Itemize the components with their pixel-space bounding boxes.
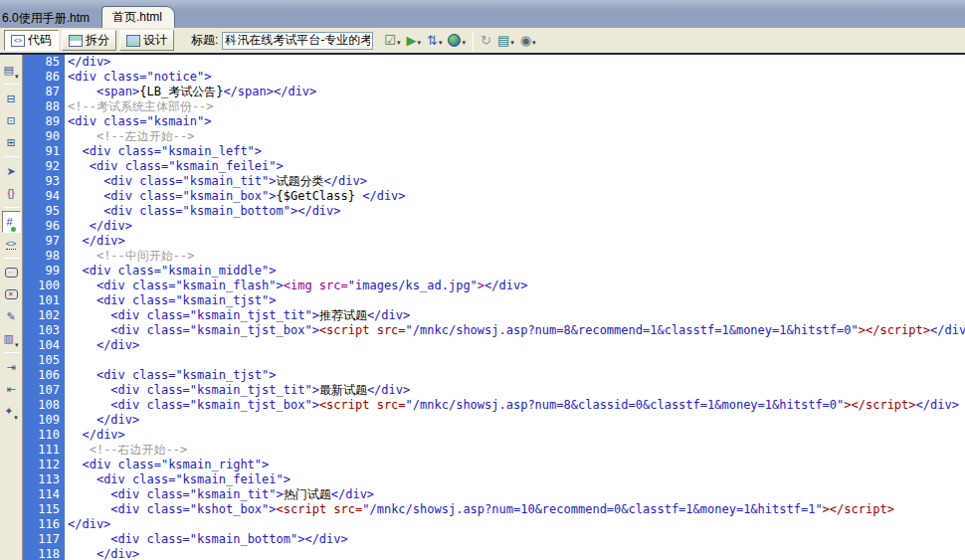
design-view-button[interactable]: 设计	[119, 30, 174, 51]
line-number: 86	[23, 70, 60, 85]
dreamweaver-window: 6.0使用手册.htm 首页.html <> 代码 拆分 设计 标题: ☑▾▶▾…	[0, 0, 965, 560]
code-line[interactable]: </div>	[68, 234, 965, 249]
code-line[interactable]: <!--考试系统主体部份-->	[68, 99, 965, 114]
line-number: 105	[23, 353, 60, 368]
select-parent-icon: ➤	[6, 165, 15, 178]
coding-toolbar-separator	[4, 352, 19, 353]
title-label: 标题:	[191, 32, 218, 49]
code-line[interactable]: <div class="kshot_box"><script src="/mnk…	[68, 502, 965, 517]
code-line[interactable]: <div class="ksmain_tjst">	[68, 368, 965, 383]
split-view-button[interactable]: 拆分	[62, 30, 116, 51]
code-line[interactable]: </div>	[68, 413, 965, 428]
code-editor[interactable]: 8586878889909192939495969798991001011021…	[23, 55, 965, 560]
code-line[interactable]: </div>	[68, 428, 965, 443]
coding-toolbar-separator	[4, 207, 19, 208]
wrap-tag-button[interactable]: ✎	[2, 305, 21, 327]
eye-icon: ◉	[520, 34, 531, 47]
code-line[interactable]: <div class="ksmain_tjst_box"><script src…	[68, 398, 965, 413]
code-line[interactable]: <div class="ksmain_tit">试题分类</div>	[68, 174, 965, 189]
document-tab-bar: 6.0使用手册.htm 首页.html	[0, 10, 965, 28]
code-line[interactable]: </div>	[68, 338, 965, 353]
line-number: 97	[23, 234, 60, 249]
coding-toolbar-separator	[4, 258, 19, 259]
visual-aids-button[interactable]: ◉▾	[517, 32, 539, 49]
select-parent-tag-button[interactable]: ➤	[2, 160, 21, 182]
dropdown-arrow-icon: ▾	[418, 39, 422, 47]
code-line[interactable]: <div class="ksmain_feilei">	[68, 159, 965, 174]
tab-label: 6.0使用手册.htm	[2, 11, 90, 25]
code-line[interactable]: <div class="ksmain_bottom"></div>	[68, 532, 965, 547]
remove-comment-button[interactable]: ✕	[2, 283, 21, 305]
code-line[interactable]: <div class="ksmain_middle">	[68, 264, 965, 279]
code-line[interactable]: <div class="ksmain_right">	[68, 458, 965, 472]
refresh-icon: ↻	[481, 34, 491, 47]
title-input[interactable]	[222, 32, 373, 50]
line-number: 102	[23, 308, 60, 323]
line-numbers-button[interactable]: #	[2, 211, 21, 233]
code-line[interactable]: </div>	[68, 517, 965, 532]
code-view-label: 代码	[28, 32, 52, 49]
pencil-icon: ✎	[6, 310, 15, 323]
tab-manual[interactable]: 6.0使用手册.htm	[0, 8, 97, 28]
code-line[interactable]: <div class="ksmain_tit">热门试题</div>	[68, 487, 965, 502]
code-line[interactable]: <div class="ksmain_tjst">	[68, 293, 965, 308]
code-line[interactable]: <div class="ksmain_tjst_tit">最新试题</div>	[68, 383, 965, 398]
file-management-button[interactable]: ⇅▾	[424, 32, 445, 49]
code-line[interactable]: <!--右边开始-->	[68, 443, 965, 458]
indent-code-button[interactable]: ⇥	[2, 356, 21, 378]
code-line[interactable]: <!--左边开始-->	[68, 129, 965, 144]
code-line[interactable]: <span>{LB_考试公告}</span></div>	[68, 85, 965, 99]
dropdown-arrow-icon: ▾	[14, 414, 18, 422]
code-line[interactable]: <div class="ksmain_tjst_tit">推荐试题</div>	[68, 308, 965, 323]
split-view-icon	[69, 35, 83, 47]
line-number: 108	[23, 398, 60, 413]
preview-debug-button[interactable]: ▶▾	[404, 32, 425, 49]
view-options-icon: ▤	[497, 34, 509, 47]
code-line[interactable]: </div>	[68, 55, 965, 70]
highlight-invalid-code-button[interactable]: <>	[2, 233, 21, 255]
code-line[interactable]	[68, 353, 965, 368]
tab-homepage[interactable]: 首页.html	[101, 6, 175, 28]
apply-comment-button[interactable]: ⋯	[2, 262, 21, 283]
code-line[interactable]: </div>	[68, 219, 965, 234]
code-line[interactable]: <div class="notice">	[68, 70, 965, 85]
code-area[interactable]: </div><div class="notice"> <span>{LB_考试公…	[65, 55, 965, 560]
collapse-selection-button[interactable]: ⊡	[2, 109, 21, 131]
expand-all-button[interactable]: ⊞	[2, 131, 21, 153]
coding-toolbar: ▤▾⊟⊡⊞➤{}#<>⋯✕✎▥▾⇥⇤✦▾	[0, 55, 23, 560]
line-number: 94	[23, 189, 60, 204]
line-number: 112	[23, 458, 60, 472]
validate-markup-button[interactable]: ☑▾	[381, 32, 403, 49]
comment-bubble-icon: ⋯	[5, 268, 18, 278]
snippet-file-icon: ▥	[4, 332, 14, 345]
code-line[interactable]: <div class="ksmain_feilei">	[68, 472, 965, 487]
code-view-button[interactable]: <> 代码	[4, 30, 59, 51]
preview-in-browser-button[interactable]: ▾	[445, 32, 469, 49]
toolbar-separator	[473, 31, 474, 51]
code-line[interactable]: <div class="ksmain_flash"><img src="imag…	[68, 279, 965, 293]
code-line[interactable]: <div class="ksmain_tjst_box"><script src…	[68, 323, 965, 338]
line-number: 114	[23, 487, 60, 502]
collapse-tag-icon: ⊟	[6, 93, 15, 105]
line-number: 95	[23, 204, 60, 219]
collapse-full-tag-button[interactable]: ⊟	[2, 88, 21, 109]
view-options-button[interactable]: ▤▾	[494, 32, 517, 49]
line-number: 116	[23, 517, 60, 532]
code-line[interactable]: <div class="ksmain_box">{$GetClass} </di…	[68, 189, 965, 204]
braces-icon: {}	[7, 187, 14, 199]
open-documents-button[interactable]: ▤▾	[2, 59, 21, 81]
balance-braces-button[interactable]: {}	[2, 182, 21, 204]
remove-comment-icon: ✕	[5, 289, 18, 299]
format-source-code-button[interactable]: ✦▾	[2, 400, 21, 422]
code-line[interactable]: </div>	[68, 547, 965, 560]
recent-snippets-button[interactable]: ▥▾	[2, 327, 21, 349]
dropdown-arrow-icon: ▾	[462, 39, 466, 47]
code-line[interactable]: <div class="ksmain_left">	[68, 144, 965, 159]
code-line[interactable]: <div class="ksmain">	[68, 114, 965, 129]
code-line[interactable]: <!--中间开始-->	[68, 249, 965, 264]
refresh-button[interactable]: ↻	[478, 32, 494, 49]
outdent-code-button[interactable]: ⇤	[2, 378, 21, 400]
line-number: 85	[23, 55, 60, 70]
code-line[interactable]: <div class="ksmain_bottom"></div>	[68, 204, 965, 219]
line-number: 92	[23, 159, 60, 174]
